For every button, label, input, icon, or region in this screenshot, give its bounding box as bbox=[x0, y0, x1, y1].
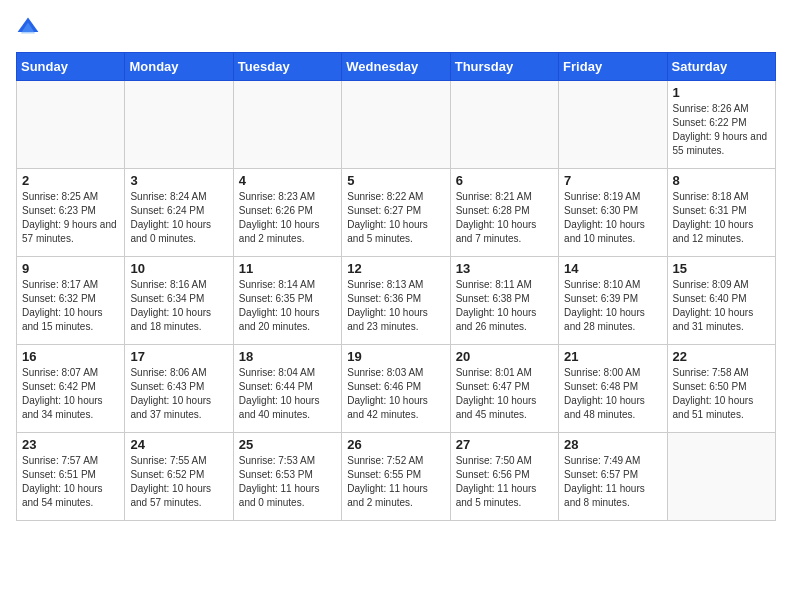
calendar-cell: 23Sunrise: 7:57 AM Sunset: 6:51 PM Dayli… bbox=[17, 433, 125, 521]
day-number: 3 bbox=[130, 173, 227, 188]
day-number: 18 bbox=[239, 349, 336, 364]
day-info: Sunrise: 7:57 AM Sunset: 6:51 PM Dayligh… bbox=[22, 454, 119, 510]
day-number: 8 bbox=[673, 173, 770, 188]
day-info: Sunrise: 7:49 AM Sunset: 6:57 PM Dayligh… bbox=[564, 454, 661, 510]
day-number: 20 bbox=[456, 349, 553, 364]
calendar-cell: 17Sunrise: 8:06 AM Sunset: 6:43 PM Dayli… bbox=[125, 345, 233, 433]
calendar-week-row: 23Sunrise: 7:57 AM Sunset: 6:51 PM Dayli… bbox=[17, 433, 776, 521]
day-number: 27 bbox=[456, 437, 553, 452]
calendar-cell bbox=[17, 81, 125, 169]
day-info: Sunrise: 8:09 AM Sunset: 6:40 PM Dayligh… bbox=[673, 278, 770, 334]
calendar-cell: 15Sunrise: 8:09 AM Sunset: 6:40 PM Dayli… bbox=[667, 257, 775, 345]
calendar-table: SundayMondayTuesdayWednesdayThursdayFrid… bbox=[16, 52, 776, 521]
calendar-cell: 22Sunrise: 7:58 AM Sunset: 6:50 PM Dayli… bbox=[667, 345, 775, 433]
day-number: 15 bbox=[673, 261, 770, 276]
day-info: Sunrise: 8:19 AM Sunset: 6:30 PM Dayligh… bbox=[564, 190, 661, 246]
day-info: Sunrise: 8:18 AM Sunset: 6:31 PM Dayligh… bbox=[673, 190, 770, 246]
calendar-cell: 16Sunrise: 8:07 AM Sunset: 6:42 PM Dayli… bbox=[17, 345, 125, 433]
calendar-cell: 25Sunrise: 7:53 AM Sunset: 6:53 PM Dayli… bbox=[233, 433, 341, 521]
calendar-cell: 12Sunrise: 8:13 AM Sunset: 6:36 PM Dayli… bbox=[342, 257, 450, 345]
calendar-week-row: 1Sunrise: 8:26 AM Sunset: 6:22 PM Daylig… bbox=[17, 81, 776, 169]
header bbox=[16, 16, 776, 40]
day-info: Sunrise: 8:14 AM Sunset: 6:35 PM Dayligh… bbox=[239, 278, 336, 334]
day-number: 5 bbox=[347, 173, 444, 188]
calendar-cell: 20Sunrise: 8:01 AM Sunset: 6:47 PM Dayli… bbox=[450, 345, 558, 433]
day-number: 14 bbox=[564, 261, 661, 276]
day-number: 26 bbox=[347, 437, 444, 452]
day-info: Sunrise: 8:16 AM Sunset: 6:34 PM Dayligh… bbox=[130, 278, 227, 334]
day-number: 24 bbox=[130, 437, 227, 452]
calendar-cell: 13Sunrise: 8:11 AM Sunset: 6:38 PM Dayli… bbox=[450, 257, 558, 345]
day-number: 22 bbox=[673, 349, 770, 364]
calendar-cell: 5Sunrise: 8:22 AM Sunset: 6:27 PM Daylig… bbox=[342, 169, 450, 257]
calendar-cell: 24Sunrise: 7:55 AM Sunset: 6:52 PM Dayli… bbox=[125, 433, 233, 521]
day-number: 21 bbox=[564, 349, 661, 364]
calendar-cell bbox=[559, 81, 667, 169]
day-info: Sunrise: 7:50 AM Sunset: 6:56 PM Dayligh… bbox=[456, 454, 553, 510]
weekday-header-saturday: Saturday bbox=[667, 53, 775, 81]
day-info: Sunrise: 8:10 AM Sunset: 6:39 PM Dayligh… bbox=[564, 278, 661, 334]
calendar-cell: 28Sunrise: 7:49 AM Sunset: 6:57 PM Dayli… bbox=[559, 433, 667, 521]
calendar-cell: 14Sunrise: 8:10 AM Sunset: 6:39 PM Dayli… bbox=[559, 257, 667, 345]
day-number: 25 bbox=[239, 437, 336, 452]
day-info: Sunrise: 8:22 AM Sunset: 6:27 PM Dayligh… bbox=[347, 190, 444, 246]
calendar-week-row: 16Sunrise: 8:07 AM Sunset: 6:42 PM Dayli… bbox=[17, 345, 776, 433]
calendar-cell bbox=[342, 81, 450, 169]
calendar-cell bbox=[233, 81, 341, 169]
day-info: Sunrise: 8:11 AM Sunset: 6:38 PM Dayligh… bbox=[456, 278, 553, 334]
calendar-cell: 1Sunrise: 8:26 AM Sunset: 6:22 PM Daylig… bbox=[667, 81, 775, 169]
calendar-cell: 2Sunrise: 8:25 AM Sunset: 6:23 PM Daylig… bbox=[17, 169, 125, 257]
day-info: Sunrise: 8:25 AM Sunset: 6:23 PM Dayligh… bbox=[22, 190, 119, 246]
weekday-header-thursday: Thursday bbox=[450, 53, 558, 81]
day-info: Sunrise: 8:13 AM Sunset: 6:36 PM Dayligh… bbox=[347, 278, 444, 334]
calendar-cell: 7Sunrise: 8:19 AM Sunset: 6:30 PM Daylig… bbox=[559, 169, 667, 257]
calendar-cell: 8Sunrise: 8:18 AM Sunset: 6:31 PM Daylig… bbox=[667, 169, 775, 257]
calendar-cell: 4Sunrise: 8:23 AM Sunset: 6:26 PM Daylig… bbox=[233, 169, 341, 257]
calendar-cell: 10Sunrise: 8:16 AM Sunset: 6:34 PM Dayli… bbox=[125, 257, 233, 345]
calendar-cell: 19Sunrise: 8:03 AM Sunset: 6:46 PM Dayli… bbox=[342, 345, 450, 433]
calendar-cell: 21Sunrise: 8:00 AM Sunset: 6:48 PM Dayli… bbox=[559, 345, 667, 433]
weekday-header-friday: Friday bbox=[559, 53, 667, 81]
day-number: 1 bbox=[673, 85, 770, 100]
calendar-cell: 26Sunrise: 7:52 AM Sunset: 6:55 PM Dayli… bbox=[342, 433, 450, 521]
weekday-header-row: SundayMondayTuesdayWednesdayThursdayFrid… bbox=[17, 53, 776, 81]
day-info: Sunrise: 8:00 AM Sunset: 6:48 PM Dayligh… bbox=[564, 366, 661, 422]
calendar-cell: 27Sunrise: 7:50 AM Sunset: 6:56 PM Dayli… bbox=[450, 433, 558, 521]
day-number: 11 bbox=[239, 261, 336, 276]
day-number: 2 bbox=[22, 173, 119, 188]
day-number: 23 bbox=[22, 437, 119, 452]
weekday-header-tuesday: Tuesday bbox=[233, 53, 341, 81]
weekday-header-sunday: Sunday bbox=[17, 53, 125, 81]
day-number: 16 bbox=[22, 349, 119, 364]
day-number: 10 bbox=[130, 261, 227, 276]
day-info: Sunrise: 7:52 AM Sunset: 6:55 PM Dayligh… bbox=[347, 454, 444, 510]
day-info: Sunrise: 7:58 AM Sunset: 6:50 PM Dayligh… bbox=[673, 366, 770, 422]
logo-icon bbox=[16, 16, 40, 40]
day-info: Sunrise: 8:24 AM Sunset: 6:24 PM Dayligh… bbox=[130, 190, 227, 246]
weekday-header-monday: Monday bbox=[125, 53, 233, 81]
day-number: 12 bbox=[347, 261, 444, 276]
day-info: Sunrise: 8:03 AM Sunset: 6:46 PM Dayligh… bbox=[347, 366, 444, 422]
calendar-week-row: 9Sunrise: 8:17 AM Sunset: 6:32 PM Daylig… bbox=[17, 257, 776, 345]
calendar-week-row: 2Sunrise: 8:25 AM Sunset: 6:23 PM Daylig… bbox=[17, 169, 776, 257]
day-number: 13 bbox=[456, 261, 553, 276]
calendar-cell bbox=[125, 81, 233, 169]
calendar-cell bbox=[667, 433, 775, 521]
day-number: 9 bbox=[22, 261, 119, 276]
day-number: 4 bbox=[239, 173, 336, 188]
calendar-cell: 6Sunrise: 8:21 AM Sunset: 6:28 PM Daylig… bbox=[450, 169, 558, 257]
day-info: Sunrise: 7:55 AM Sunset: 6:52 PM Dayligh… bbox=[130, 454, 227, 510]
day-info: Sunrise: 8:21 AM Sunset: 6:28 PM Dayligh… bbox=[456, 190, 553, 246]
logo bbox=[16, 16, 44, 40]
day-number: 6 bbox=[456, 173, 553, 188]
day-info: Sunrise: 8:07 AM Sunset: 6:42 PM Dayligh… bbox=[22, 366, 119, 422]
day-info: Sunrise: 8:06 AM Sunset: 6:43 PM Dayligh… bbox=[130, 366, 227, 422]
calendar-cell: 18Sunrise: 8:04 AM Sunset: 6:44 PM Dayli… bbox=[233, 345, 341, 433]
day-info: Sunrise: 8:26 AM Sunset: 6:22 PM Dayligh… bbox=[673, 102, 770, 158]
day-number: 19 bbox=[347, 349, 444, 364]
day-number: 17 bbox=[130, 349, 227, 364]
day-info: Sunrise: 8:17 AM Sunset: 6:32 PM Dayligh… bbox=[22, 278, 119, 334]
weekday-header-wednesday: Wednesday bbox=[342, 53, 450, 81]
calendar-cell: 11Sunrise: 8:14 AM Sunset: 6:35 PM Dayli… bbox=[233, 257, 341, 345]
day-number: 28 bbox=[564, 437, 661, 452]
